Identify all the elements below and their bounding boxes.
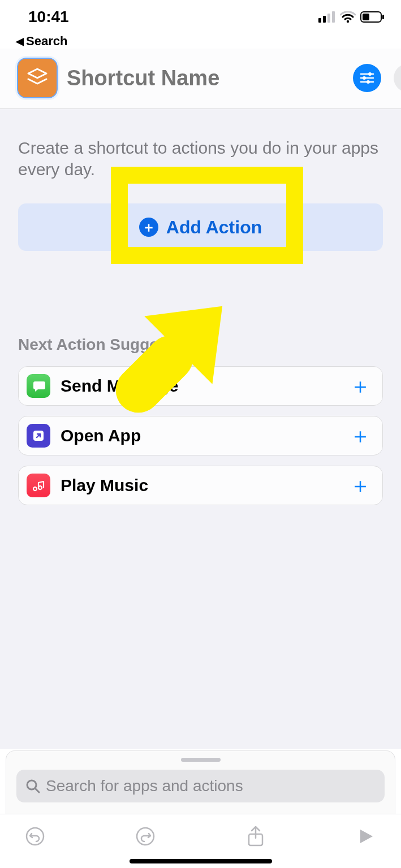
shortcut-name-input[interactable] — [67, 66, 344, 90]
svg-point-4 — [347, 20, 349, 23]
sliders-icon — [360, 71, 374, 85]
redo-button[interactable] — [133, 824, 158, 849]
redo-icon — [135, 826, 156, 847]
suggestion-play-music[interactable]: Play Music ＋ — [18, 466, 383, 505]
suggestion-send-message[interactable]: Send Message ＋ — [18, 366, 383, 406]
svg-rect-2 — [327, 14, 330, 23]
chevron-left-icon: ◀︎ — [16, 35, 24, 47]
messages-icon — [27, 374, 50, 398]
svg-rect-3 — [332, 11, 335, 23]
svg-point-9 — [368, 72, 372, 76]
add-icon[interactable]: ＋ — [350, 372, 371, 401]
open-app-icon — [27, 424, 50, 448]
home-indicator — [130, 859, 272, 863]
back-label: Search — [26, 34, 67, 49]
sheet-grabber[interactable] — [181, 758, 221, 762]
wifi-icon — [340, 11, 356, 23]
search-input[interactable]: Search for apps and actions — [16, 770, 385, 802]
back-to-search[interactable]: ◀︎ Search — [0, 34, 401, 49]
status-time: 10:41 — [28, 8, 69, 26]
intro-text: Create a shortcut to actions you do in y… — [18, 137, 383, 180]
svg-rect-1 — [323, 16, 326, 23]
svg-rect-0 — [318, 18, 321, 23]
battery-icon — [360, 11, 384, 23]
suggestions-title: Next Action Suggestions — [18, 336, 383, 354]
suggestion-label: Play Music — [61, 476, 339, 495]
editor-header — [0, 49, 401, 109]
music-icon — [27, 474, 50, 497]
suggestion-label: Open App — [61, 426, 339, 445]
add-action-button[interactable]: ＋ Add Action — [18, 203, 383, 251]
share-icon — [246, 825, 265, 848]
add-icon[interactable]: ＋ — [350, 422, 371, 450]
settings-button[interactable] — [353, 64, 381, 92]
search-placeholder: Search for apps and actions — [46, 777, 243, 795]
svg-rect-6 — [363, 14, 369, 20]
undo-icon — [25, 826, 45, 847]
add-icon[interactable]: ＋ — [350, 471, 371, 500]
svg-line-19 — [35, 788, 39, 792]
plus-icon: ＋ — [139, 218, 158, 237]
run-button[interactable] — [353, 824, 378, 849]
search-panel[interactable]: Search for apps and actions — [6, 750, 395, 814]
svg-point-13 — [366, 80, 370, 84]
editor-content: Create a shortcut to actions you do in y… — [0, 109, 401, 749]
svg-rect-7 — [382, 15, 384, 19]
suggestion-list: Send Message ＋ Open App ＋ Play Music ＋ — [18, 366, 383, 505]
status-icons — [318, 11, 384, 23]
close-button[interactable] — [394, 64, 401, 92]
share-button[interactable] — [243, 824, 268, 849]
status-bar: 10:41 — [0, 0, 401, 34]
suggestion-label: Send Message — [61, 376, 339, 396]
shortcut-icon[interactable] — [17, 58, 58, 98]
cellular-icon — [318, 11, 335, 23]
add-action-label: Add Action — [166, 217, 262, 238]
undo-button[interactable] — [23, 824, 48, 849]
play-icon — [357, 827, 375, 845]
suggestion-open-app[interactable]: Open App ＋ — [18, 416, 383, 455]
svg-point-11 — [363, 76, 366, 80]
search-icon — [25, 779, 40, 793]
